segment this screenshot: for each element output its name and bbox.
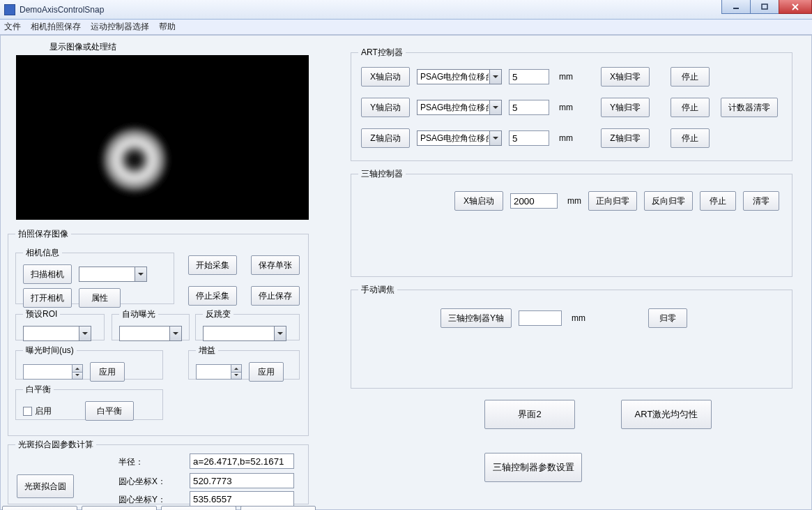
scan-camera-button[interactable]: 扫描相机 xyxy=(23,264,72,284)
open-camera-button[interactable]: 打开相机 xyxy=(23,288,72,308)
spin-down-icon[interactable] xyxy=(231,372,242,380)
triple-axis-group: 三轴控制器 X轴启动 mm 正向归零 反向归零 停止 清零 xyxy=(351,168,792,277)
stop-acq-button[interactable]: 停止采集 xyxy=(188,286,237,306)
art-x-select[interactable]: PSAG电控角位移台 xyxy=(417,69,502,84)
chevron-down-icon xyxy=(489,131,501,145)
window-title: DemoAxisControlSnap xyxy=(20,5,104,15)
auto-exposure-select[interactable] xyxy=(119,326,182,341)
art-laser-button[interactable]: ART激光均匀性 xyxy=(621,400,712,429)
art-y-home-button[interactable]: Y轴归零 xyxy=(601,98,650,117)
manual-focus-group: 手动调焦 三轴控制器Y轴 mm 归零 xyxy=(351,284,792,389)
triple-x-input[interactable] xyxy=(510,193,558,209)
save-single-button[interactable]: 保存单张 xyxy=(251,255,300,275)
triple-rev-home-button[interactable]: 反向归零 xyxy=(644,191,693,211)
spin-down-icon[interactable] xyxy=(72,372,83,380)
menu-camera[interactable]: 相机拍照保存 xyxy=(31,21,81,33)
spin-up-icon[interactable] xyxy=(72,364,83,372)
art-z-home-button[interactable]: Z轴归零 xyxy=(601,128,650,148)
cy-label: 圆心坐标Y： xyxy=(118,494,166,506)
spin-up-icon[interactable] xyxy=(231,364,242,372)
energy-save-button[interactable]: 保存光斑能量 xyxy=(240,506,316,510)
preset-roi-select[interactable] xyxy=(23,326,91,341)
exposure-apply-button[interactable]: 应用 xyxy=(90,362,125,382)
close-button[interactable] xyxy=(779,0,812,14)
triple-stop-button[interactable]: 停止 xyxy=(700,191,736,211)
stop-save-button[interactable]: 停止保存 xyxy=(251,286,300,306)
chevron-down-icon xyxy=(489,100,501,114)
maximize-button[interactable] xyxy=(750,0,779,14)
antijump-select[interactable] xyxy=(203,326,286,341)
camera-select[interactable] xyxy=(79,267,147,282)
gain-group: 增益 应用 xyxy=(188,345,300,380)
wb-button[interactable]: 白平衡 xyxy=(85,401,134,421)
camera-props-button[interactable]: 属性 xyxy=(79,288,121,308)
gain-apply-button[interactable]: 应用 xyxy=(249,362,284,382)
start-acq-button[interactable]: 开始采集 xyxy=(188,255,237,275)
radius-label: 半径： xyxy=(118,456,144,468)
energy-show-button[interactable]: 光斑能量显示 xyxy=(161,506,236,510)
image-display xyxy=(16,55,309,220)
art-x-input[interactable] xyxy=(509,69,549,84)
art-x-start-button[interactable]: X轴启动 xyxy=(361,67,410,87)
art-x-stop-button[interactable]: 停止 xyxy=(671,67,710,87)
focus-y-axis-button[interactable]: 三轴控制器Y轴 xyxy=(441,308,512,328)
svg-point-4 xyxy=(101,126,168,193)
triple-params-button[interactable]: 三轴控制器参数设置 xyxy=(484,453,582,482)
preset-roi-group: 预设ROI xyxy=(15,308,105,340)
art-z-stop-button[interactable]: 停止 xyxy=(671,128,710,148)
triple-fwd-home-button[interactable]: 正向归零 xyxy=(588,191,637,211)
menu-help[interactable]: 帮助 xyxy=(159,21,176,33)
radius-value[interactable] xyxy=(190,453,294,469)
focus-home-button[interactable]: 归零 xyxy=(648,308,687,328)
focus-input[interactable] xyxy=(519,310,562,326)
gain-input[interactable] xyxy=(196,364,231,380)
capture-legend: 拍照保存图像 xyxy=(15,228,71,240)
app-icon xyxy=(4,4,15,15)
chevron-down-icon xyxy=(135,267,146,281)
titlebar: DemoAxisControlSnap xyxy=(0,0,812,20)
art-y-start-button[interactable]: Y轴启动 xyxy=(361,98,410,117)
exposure-group: 曝光时间(us) 应用 xyxy=(15,345,163,380)
art-z-start-button[interactable]: Z轴启动 xyxy=(361,128,410,148)
spot-image xyxy=(93,118,176,202)
chevron-down-icon xyxy=(169,327,181,340)
cx-label: 圆心坐标X： xyxy=(118,476,166,488)
image-caption: 显示图像或处理结 xyxy=(49,41,116,53)
circle-fit-button[interactable]: 光斑拟合圆 xyxy=(17,474,74,498)
ui2-button[interactable]: 界面2 xyxy=(484,400,575,429)
minimize-button[interactable] xyxy=(721,0,751,14)
triple-x-start-button[interactable]: X轴启动 xyxy=(454,191,503,211)
art-z-select[interactable]: PSAG电控角位移台 xyxy=(417,130,502,146)
art-counter-reset-button[interactable]: 计数器清零 xyxy=(721,98,778,117)
antijump-group: 反跳变 xyxy=(195,308,300,340)
triple-clear-button[interactable]: 清零 xyxy=(743,191,779,211)
subpixel-save-button[interactable]: 保存亚像元细分 xyxy=(82,506,157,510)
chevron-down-icon xyxy=(274,327,286,340)
chevron-down-icon xyxy=(489,70,501,84)
menu-motion[interactable]: 运动控制器选择 xyxy=(91,21,149,33)
auto-exposure-group: 自动曝光 xyxy=(112,308,190,340)
menu-file[interactable]: 文件 xyxy=(4,21,21,33)
subpixel-show-button[interactable]: 亚像元细分显示 xyxy=(2,506,77,510)
menubar: 文件 相机拍照保存 运动控制器选择 帮助 xyxy=(0,20,812,35)
white-balance-group: 白平衡 启用 白平衡 xyxy=(15,384,163,420)
capture-group: 拍照保存图像 相机信息 扫描相机 打开相机 属性 开始采集 保存单张 停止采集 … xyxy=(8,228,309,436)
chevron-down-icon xyxy=(79,327,91,340)
art-y-input[interactable] xyxy=(509,100,549,115)
circle-fit-group: 光斑拟合圆参数计算 光斑拟合圆 半径： 圆心坐标X： 圆心坐标Y： xyxy=(8,439,309,504)
wb-enable-checkbox[interactable]: 启用 xyxy=(23,405,52,417)
cy-value[interactable] xyxy=(190,491,294,507)
gain-spinner[interactable] xyxy=(196,364,242,380)
exposure-input[interactable] xyxy=(23,364,72,380)
art-z-input[interactable] xyxy=(509,130,549,146)
svg-rect-1 xyxy=(762,4,767,9)
client-area: 显示图像或处理结 拍照保存图像 相机信息 扫描相机 xyxy=(0,35,812,510)
camera-info-group: 相机信息 扫描相机 打开相机 属性 xyxy=(15,247,174,304)
art-controller-group: ART控制器 X轴启动 PSAG电控角位移台 mm X轴归零 停止 Y轴启动 P… xyxy=(351,47,792,161)
art-x-home-button[interactable]: X轴归零 xyxy=(601,67,650,87)
art-y-stop-button[interactable]: 停止 xyxy=(671,98,710,117)
art-y-select[interactable]: PSAG电控角位移台 xyxy=(417,100,502,115)
exposure-spinner[interactable] xyxy=(23,364,83,380)
cx-value[interactable] xyxy=(190,473,294,488)
